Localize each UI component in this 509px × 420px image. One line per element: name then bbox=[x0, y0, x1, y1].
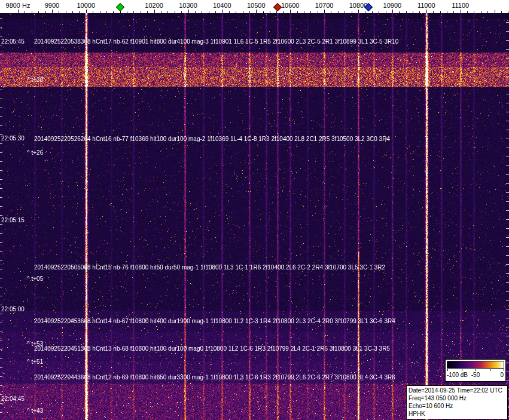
time-tick-label: 22:05:45 bbox=[1, 38, 25, 45]
freq-tick bbox=[297, 11, 298, 13]
colorbar-tick bbox=[462, 369, 462, 371]
freq-tick bbox=[38, 11, 39, 13]
freq-tick bbox=[501, 11, 502, 13]
freq-tick bbox=[100, 11, 100, 13]
freq-tick bbox=[202, 11, 202, 13]
freq-tick-label: 10500 bbox=[247, 2, 266, 9]
freq-tick bbox=[447, 11, 447, 13]
freq-tick bbox=[59, 11, 59, 13]
detection-record: 20140925220451368 hCnt13 nb-68 f10800 hi… bbox=[34, 345, 390, 352]
freq-tick bbox=[372, 11, 373, 13]
time-tick-label: 22:05:30 bbox=[1, 135, 25, 142]
freq-tick bbox=[32, 11, 32, 13]
freq-tick bbox=[365, 11, 365, 13]
frequency-axis: 9800 Hz990010000102001030010400105001060… bbox=[0, 0, 509, 13]
freq-tick bbox=[249, 11, 250, 13]
freq-tick bbox=[495, 10, 495, 13]
freq-tick bbox=[419, 11, 420, 13]
freq-tick bbox=[358, 10, 359, 13]
status-info-box: Date=2014-09-25 Time=22:02 UTC Freq=143 … bbox=[406, 385, 508, 419]
freq-tick-label: 10000 bbox=[77, 2, 96, 9]
detection-time-marker: ^ t+51 bbox=[27, 358, 43, 365]
time-tick-label: 22:05:00 bbox=[1, 306, 25, 312]
detection-time-marker: ^ t+26 bbox=[27, 149, 43, 156]
freq-tick bbox=[406, 11, 407, 13]
colorbar-gradient bbox=[447, 361, 504, 369]
freq-tick bbox=[413, 11, 413, 13]
freq-tick bbox=[467, 11, 468, 13]
freq-tick-label: 10200 bbox=[145, 2, 163, 9]
freq-tick bbox=[167, 11, 168, 13]
freq-tick bbox=[154, 10, 155, 13]
freq-tick-label: 10400 bbox=[213, 2, 231, 9]
colorbar-mid-label: -50 bbox=[471, 372, 480, 378]
freq-tick bbox=[290, 10, 291, 13]
freq-tick-label: 10600 bbox=[281, 2, 300, 9]
freq-tick bbox=[127, 11, 127, 13]
freq-tick bbox=[508, 11, 508, 13]
time-tick-label: 22:05:15 bbox=[1, 217, 25, 223]
freq-tick bbox=[188, 10, 189, 13]
freq-tick bbox=[215, 11, 216, 13]
freq-tick bbox=[72, 11, 73, 13]
red-frequency-marker[interactable] bbox=[273, 3, 281, 11]
freq-tick-label: 10700 bbox=[315, 2, 334, 9]
freq-tick bbox=[161, 11, 161, 13]
freq-tick bbox=[93, 11, 93, 13]
spectrogram-app: 9800 Hz990010000102001030010400105001060… bbox=[0, 0, 509, 420]
freq-tick bbox=[52, 10, 53, 13]
detection-time-marker: ^ t+05 bbox=[27, 275, 43, 282]
freq-tick bbox=[399, 11, 400, 13]
freq-tick bbox=[461, 10, 461, 13]
freq-tick bbox=[133, 11, 134, 13]
freq-tick bbox=[481, 11, 481, 13]
detection-record: 20140925220453668 hCnt14 nb-67 f10800 hi… bbox=[34, 318, 395, 324]
freq-tick bbox=[229, 11, 230, 13]
freq-tick bbox=[181, 11, 182, 13]
freq-tick bbox=[453, 11, 454, 13]
colorbar-tick bbox=[447, 369, 448, 371]
freq-tick bbox=[86, 10, 87, 13]
freq-tick-label: 9800 Hz bbox=[6, 2, 31, 9]
info-date-time: Date=2014-09-25 Time=22:02 UTC bbox=[409, 387, 505, 394]
freq-tick bbox=[433, 11, 434, 13]
freq-tick-label: 11100 bbox=[452, 2, 469, 9]
freq-tick bbox=[379, 11, 379, 13]
freq-tick bbox=[304, 11, 304, 13]
freq-tick bbox=[18, 10, 19, 13]
freq-tick bbox=[256, 10, 257, 13]
freq-tick bbox=[310, 11, 311, 13]
freq-tick bbox=[175, 11, 175, 13]
green-frequency-marker[interactable] bbox=[116, 3, 124, 11]
freq-tick bbox=[113, 11, 114, 13]
detection-record: 20140925220505068 hCnt15 nb-76 f10800 hi… bbox=[34, 264, 385, 271]
freq-tick bbox=[209, 11, 209, 13]
freq-tick-label: 11000 bbox=[417, 2, 435, 9]
freq-tick bbox=[318, 11, 318, 13]
time-tick-label: 22:04:45 bbox=[1, 396, 25, 402]
freq-tick-label: 9900 bbox=[45, 2, 59, 9]
freq-tick bbox=[324, 10, 325, 13]
colorbar-min-label: -100 dB bbox=[447, 372, 468, 378]
freq-tick bbox=[66, 11, 66, 13]
freq-tick-label: 10300 bbox=[179, 2, 197, 9]
detection-time-marker: ^ t+38 bbox=[27, 76, 43, 83]
freq-tick bbox=[222, 10, 223, 13]
detection-time-marker: ^ t+43 bbox=[27, 407, 43, 414]
freq-tick-label: 10900 bbox=[383, 2, 402, 9]
freq-tick bbox=[195, 11, 196, 13]
colorbar-legend: -100 dB -50 0 bbox=[445, 359, 506, 382]
info-echo: Echo=10 600 Hz bbox=[409, 402, 505, 410]
detection-record: 20140925220538368 hCnt17 nb-62 f10901 hi… bbox=[34, 38, 398, 45]
freq-tick bbox=[270, 11, 270, 13]
freq-tick bbox=[352, 11, 352, 13]
detection-record: 20140925220526264 hCnt16 nb-77 f10369 hi… bbox=[34, 136, 390, 142]
spectrogram-canvas bbox=[0, 13, 509, 420]
detection-record: 20140925220443668 hCnt12 nb-69 f10800 hi… bbox=[34, 374, 395, 381]
freq-tick bbox=[25, 11, 25, 13]
freq-tick bbox=[386, 11, 386, 13]
colorbar-tick bbox=[490, 369, 490, 371]
freq-tick bbox=[338, 11, 339, 13]
freq-tick bbox=[487, 11, 488, 13]
freq-tick bbox=[440, 11, 441, 13]
